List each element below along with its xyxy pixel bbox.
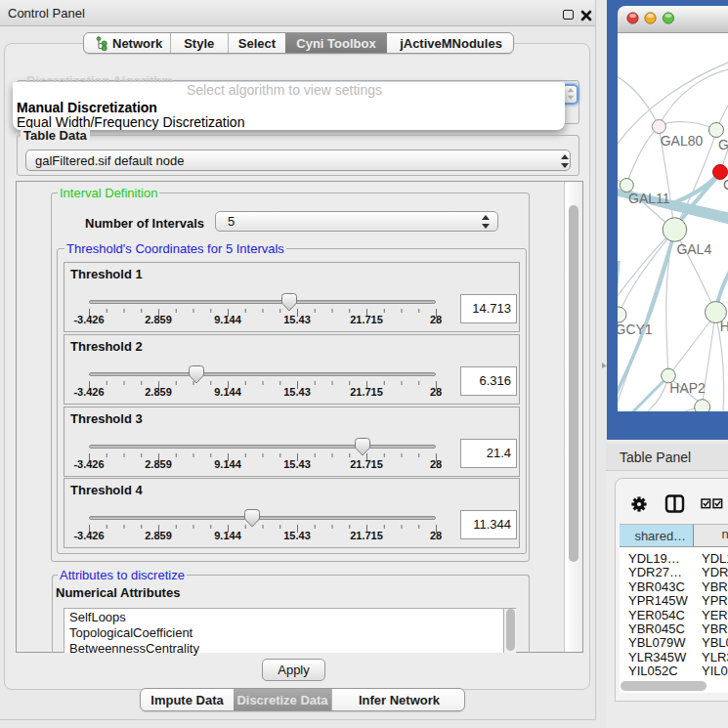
svg-text:GAL80: GAL80 — [661, 133, 704, 149]
svg-text:GAL11: GAL11 — [628, 191, 670, 206]
svg-text:HAP2: HAP2 — [669, 380, 706, 396]
svg-text:GCY1: GCY1 — [618, 321, 653, 337]
svg-text:CR: CR — [723, 177, 728, 193]
svg-text:HIS4: HIS4 — [720, 319, 728, 334]
svg-text:GAL4: GAL4 — [676, 241, 711, 257]
svg-text:GAL1: GAL1 — [718, 137, 728, 152]
